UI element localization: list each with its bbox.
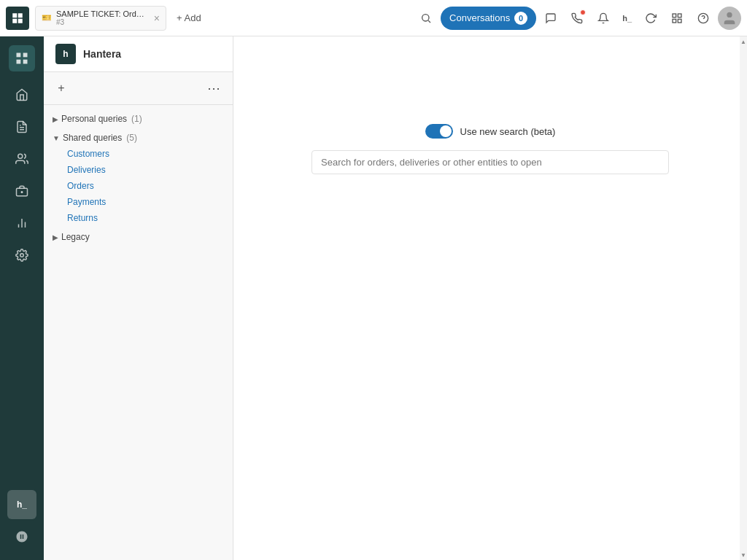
user-label: h_	[622, 14, 632, 23]
query-item-returns[interactable]: Returns	[44, 210, 233, 226]
shared-queries-label: Shared queries	[63, 133, 122, 143]
bell-icon-button[interactable]	[592, 7, 615, 30]
svg-rect-10	[23, 53, 28, 58]
search-button[interactable]	[414, 7, 438, 30]
refresh-button[interactable]	[639, 7, 662, 30]
chat-icon-button[interactable]	[539, 7, 562, 30]
secondary-sidebar: h Hantera + ⋯ ▶ Personal queries (1) ▼	[44, 36, 233, 560]
personal-queries-header[interactable]: ▶ Personal queries (1)	[44, 111, 233, 127]
sidebar-controls: + ⋯	[44, 72, 233, 105]
ticket-tab-close[interactable]: ×	[154, 12, 160, 24]
phone-icon-button[interactable]	[565, 7, 589, 30]
shared-queries-group: ▼ Shared queries (5) Customers Deliverie…	[44, 130, 233, 226]
main-content: ▲ ▼ Use new search (beta)	[233, 36, 747, 560]
svg-rect-3	[678, 14, 681, 18]
legacy-expand-icon: ▶	[53, 233, 58, 241]
shared-queries-items: Customers Deliveries Orders Payments Ret…	[44, 146, 233, 226]
svg-rect-9	[17, 53, 21, 58]
hantera-header: h Hantera	[44, 36, 233, 72]
nav-zendesk[interactable]	[7, 522, 36, 551]
content-area: Use new search (beta)	[233, 36, 747, 560]
nav-app-active[interactable]: h_	[7, 490, 36, 519]
search-input[interactable]	[311, 150, 669, 174]
shared-queries-header[interactable]: ▼ Shared queries (5)	[44, 130, 233, 146]
shared-queries-count: (5)	[126, 133, 137, 143]
query-item-deliveries[interactable]: Deliveries	[44, 162, 233, 178]
toggle-row: Use new search (beta)	[425, 124, 556, 139]
main-layout: h_ h Hantera + ⋯ ▶ Personal queries	[0, 36, 747, 560]
personal-queries-expand-icon: ▶	[53, 115, 58, 123]
conversations-label: Conversations	[449, 12, 510, 23]
query-item-customers[interactable]: Customers	[44, 146, 233, 162]
shared-queries-expand-icon: ▼	[53, 134, 60, 142]
query-item-payments[interactable]: Payments	[44, 194, 233, 210]
legacy-group: ▶ Legacy	[44, 229, 233, 245]
personal-queries-label: Personal queries	[61, 114, 127, 124]
legacy-label: Legacy	[61, 232, 90, 242]
conversations-badge: 0	[514, 12, 527, 25]
nav-org[interactable]	[7, 176, 36, 206]
nav-reports[interactable]	[7, 209, 36, 238]
svg-rect-5	[678, 19, 681, 23]
svg-point-0	[422, 14, 429, 20]
new-search-toggle[interactable]	[425, 124, 453, 139]
personal-queries-count: (1)	[131, 114, 142, 124]
nav-logo[interactable]	[9, 45, 35, 71]
topbar-logo[interactable]	[6, 7, 29, 30]
query-item-orders[interactable]: Orders	[44, 178, 233, 194]
hantera-name: Hantera	[83, 48, 121, 60]
add-button[interactable]: + Add	[169, 8, 209, 28]
sidebar-content: ▶ Personal queries (1) ▼ Shared queries …	[44, 105, 233, 560]
nav-app-label: h_	[17, 499, 27, 510]
sidebar-add-button[interactable]: +	[53, 79, 70, 97]
svg-point-8	[727, 12, 732, 17]
ticket-tab-subtitle: #3	[56, 18, 148, 26]
nav-users[interactable]	[7, 144, 36, 174]
svg-line-1	[428, 20, 430, 23]
conversations-button[interactable]: Conversations 0	[441, 7, 536, 30]
legacy-header[interactable]: ▶ Legacy	[44, 229, 233, 245]
user-text-button[interactable]: h_	[618, 7, 636, 30]
icon-nav: h_	[0, 36, 44, 560]
svg-point-15	[18, 154, 23, 158]
svg-rect-2	[673, 14, 676, 18]
svg-point-22	[20, 254, 24, 257]
toggle-label: Use new search (beta)	[460, 126, 556, 137]
svg-rect-4	[673, 19, 676, 23]
grid-icon-button[interactable]	[665, 7, 689, 30]
phone-notification-dot	[580, 9, 586, 15]
help-icon-button[interactable]	[692, 7, 715, 30]
nav-settings[interactable]	[7, 241, 36, 270]
scroll-down-arrow[interactable]: ▼	[740, 550, 746, 560]
svg-rect-11	[17, 60, 21, 64]
avatar-button[interactable]	[718, 7, 741, 30]
svg-rect-12	[23, 60, 28, 64]
ticket-tab[interactable]: 🎫 SAMPLE TICKET: Order s... #3 ×	[35, 6, 166, 31]
ticket-tab-title: SAMPLE TICKET: Order s...	[56, 9, 148, 18]
personal-queries-group: ▶ Personal queries (1)	[44, 111, 233, 127]
scrollbar-track: ▲ ▼	[740, 36, 747, 560]
hantera-logo: h	[55, 44, 76, 64]
nav-home[interactable]	[7, 80, 36, 109]
topbar: 🎫 SAMPLE TICKET: Order s... #3 × + Add C…	[0, 0, 747, 36]
ticket-tab-icon: 🎫	[42, 13, 52, 23]
sidebar-more-button[interactable]: ⋯	[204, 78, 224, 98]
scroll-up-arrow[interactable]: ▲	[740, 36, 746, 47]
nav-tickets[interactable]	[7, 112, 36, 141]
